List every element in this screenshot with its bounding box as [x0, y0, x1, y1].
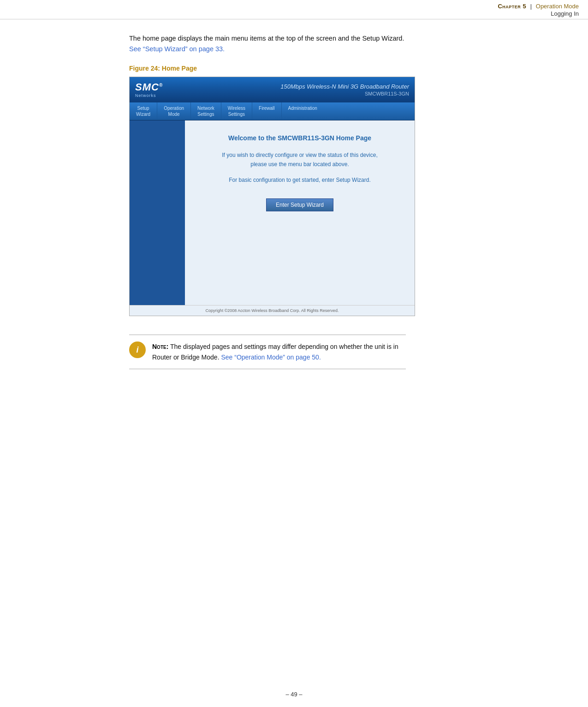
breadcrumb-sep: |	[530, 3, 532, 10]
nav-setup-wizard[interactable]: SetupWizard	[130, 102, 157, 120]
main-content: The home page displays the main menu ite…	[0, 19, 434, 411]
router-desc1: If you wish to directly configure or vie…	[194, 151, 405, 168]
operation-mode-link[interactable]: See “Operation Mode” on page 50.	[221, 354, 321, 361]
breadcrumb-current-page: Logging In	[9, 10, 579, 17]
router-sidebar	[130, 120, 185, 305]
nav-administration[interactable]: Administration	[282, 102, 324, 120]
router-main-content: Welcome to the SMCWBR11S-3GN Home Page I…	[185, 120, 415, 305]
router-body: Welcome to the SMCWBR11S-3GN Home Page I…	[130, 120, 415, 305]
router-header: SMC® Networks 150Mbps Wireless-N Mini 3G…	[130, 77, 415, 102]
router-title-model: SMCWBR11S-3GN	[280, 91, 409, 96]
smc-networks-label: Networks	[135, 93, 156, 98]
router-footer-copyright: Copyright ©2008 Accton Wireless Broadban…	[130, 305, 415, 316]
breadcrumb-chapter-link[interactable]: Operation Mode	[536, 3, 579, 10]
router-nav: SetupWizard OperationMode NetworkSetting…	[130, 102, 415, 120]
smc-logo-text: SMC®	[135, 82, 163, 92]
enter-setup-wizard-button[interactable]: Enter Setup Wizard	[266, 198, 333, 211]
intro-text: The home page displays the main menu ite…	[129, 35, 404, 42]
note-box: i Note: The displayed pages and settings…	[129, 335, 406, 369]
router-desc2: For basic configuration to get started, …	[194, 176, 405, 185]
nav-network-settings[interactable]: NetworkSettings	[191, 102, 221, 120]
page-number: – 49 –	[0, 691, 588, 698]
chapter-label: Chapter 5	[498, 3, 526, 10]
note-text: Note: The displayed pages and settings m…	[152, 342, 399, 362]
note-label: Note:	[152, 343, 168, 350]
nav-operation-mode[interactable]: OperationMode	[157, 102, 191, 120]
smc-logo: SMC® Networks	[135, 82, 163, 98]
router-welcome-text: Welcome to the SMCWBR11S-3GN Home Page	[194, 134, 405, 142]
figure-title: Figure 24: Home Page	[129, 65, 406, 72]
breadcrumb: Chapter 5 | Operation Mode	[9, 3, 579, 10]
nav-wireless-settings[interactable]: WirelessSettings	[221, 102, 252, 120]
router-title: 150Mbps Wireless-N Mini 3G Broadband Rou…	[280, 83, 409, 96]
router-screenshot: SMC® Networks 150Mbps Wireless-N Mini 3G…	[129, 77, 415, 316]
info-icon: i	[129, 342, 146, 358]
nav-firewall[interactable]: Firewall	[252, 102, 281, 120]
setup-wizard-link[interactable]: See “Setup Wizard” on page 33.	[129, 45, 225, 53]
router-title-main: 150Mbps Wireless-N Mini 3G Broadband Rou…	[280, 83, 409, 90]
page-header: Chapter 5 | Operation Mode Logging In	[0, 0, 588, 19]
intro-paragraph: The home page displays the main menu ite…	[129, 33, 406, 54]
